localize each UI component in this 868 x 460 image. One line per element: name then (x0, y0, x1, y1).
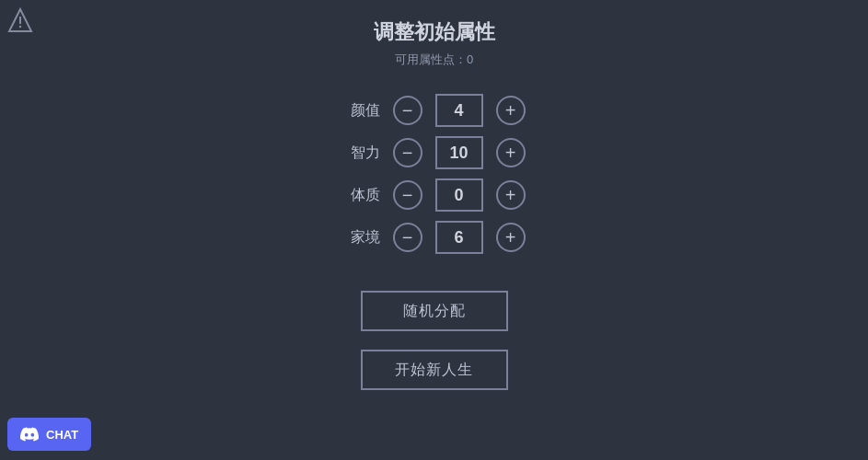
attr-plus-appearance[interactable]: + (496, 96, 526, 125)
attr-minus-constitution[interactable]: − (393, 180, 422, 210)
attribute-row-intelligence: 智力 − 10 + (343, 136, 526, 169)
attribute-row-constitution: 体质 − 0 + (343, 178, 526, 212)
attr-label-appearance: 颜值 (343, 101, 380, 121)
attribute-row-appearance: 颜值 − 4 + (343, 94, 526, 127)
random-assign-button[interactable]: 随机分配 (361, 291, 508, 331)
chat-button[interactable]: CHAT (7, 418, 91, 451)
attr-label-constitution: 体质 (343, 186, 380, 205)
action-buttons: 随机分配 开始新人生 (361, 291, 508, 390)
attr-label-family: 家境 (343, 228, 380, 247)
attr-label-intelligence: 智力 (343, 144, 380, 163)
attribute-row-family: 家境 − 6 + (343, 221, 526, 254)
attr-value-appearance: 4 (435, 94, 483, 127)
attr-minus-family[interactable]: − (393, 223, 422, 252)
available-points-label: 可用属性点：0 (395, 52, 473, 68)
attr-minus-intelligence[interactable]: − (393, 138, 422, 167)
attr-plus-constitution[interactable]: + (496, 180, 526, 210)
attributes-table: 颜值 − 4 + 智力 − 10 + 体质 − 0 + 家境 − 6 + (343, 94, 526, 254)
attr-value-intelligence: 10 (435, 136, 483, 169)
svg-point-2 (19, 26, 21, 28)
attr-plus-family[interactable]: + (496, 223, 526, 252)
attr-minus-appearance[interactable]: − (393, 96, 422, 125)
attr-value-family: 6 (435, 221, 483, 254)
discord-icon (20, 425, 39, 443)
start-new-life-button[interactable]: 开始新人生 (361, 350, 508, 390)
attr-value-constitution: 0 (435, 178, 483, 212)
chat-label: CHAT (46, 428, 78, 442)
top-left-icon (7, 7, 33, 33)
attr-plus-intelligence[interactable]: + (496, 138, 526, 167)
page-title: 调整初始属性 (374, 18, 495, 46)
